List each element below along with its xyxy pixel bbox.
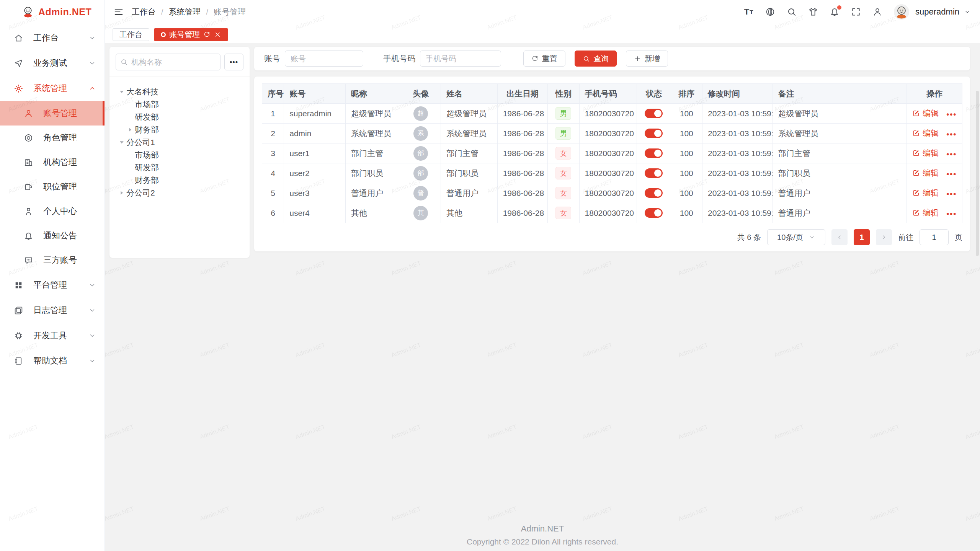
caret-right-icon bbox=[126, 126, 134, 134]
tree-node-branch1-rd[interactable]: 研发部 bbox=[118, 161, 246, 174]
chevron-up-icon bbox=[88, 85, 96, 92]
sidebar-item-label: 三方账号 bbox=[43, 254, 96, 266]
tree-node-branch1[interactable]: 分公司1 bbox=[118, 136, 246, 148]
app-logo[interactable]: Admin.NET bbox=[0, 0, 105, 24]
font-size-icon[interactable]: TT bbox=[744, 7, 754, 17]
cell-modified: 2023-01-03 10:59:44 bbox=[702, 143, 773, 163]
theme-icon[interactable] bbox=[808, 7, 818, 17]
chevron-down-icon[interactable] bbox=[964, 8, 971, 15]
page-size-select[interactable]: 10条/页 bbox=[767, 229, 825, 245]
page-1-button[interactable]: 1 bbox=[854, 229, 870, 245]
more-operations-button[interactable]: ••• bbox=[946, 110, 957, 119]
cell-birthdate: 1986-06-28 bbox=[497, 163, 548, 183]
scrollbar-thumb[interactable] bbox=[976, 91, 979, 256]
cell-index: 5 bbox=[262, 183, 284, 203]
edit-button[interactable]: 编辑 bbox=[912, 148, 939, 158]
tab-1[interactable]: 工作台 bbox=[113, 28, 149, 41]
cell-remark: 部门主管 bbox=[773, 143, 907, 163]
more-operations-button[interactable]: ••• bbox=[946, 210, 957, 218]
cell-birthdate: 1986-06-28 bbox=[497, 183, 548, 203]
collapse-menu-icon[interactable] bbox=[113, 7, 124, 17]
sidebar-item-business-test[interactable]: 业务测试 bbox=[0, 51, 105, 76]
cell-order: 100 bbox=[671, 163, 702, 183]
status-toggle[interactable] bbox=[645, 109, 663, 118]
tree-node-daming-finance[interactable]: 财务部 bbox=[118, 123, 246, 136]
sidebar-item-log-manage[interactable]: 日志管理 bbox=[0, 298, 105, 323]
edit-label: 编辑 bbox=[923, 168, 939, 178]
cell-account: superadmin bbox=[284, 104, 346, 124]
sidebar-item-position-manage[interactable]: 职位管理 bbox=[0, 174, 105, 199]
cell-remark: 部门职员 bbox=[773, 163, 907, 183]
sidebar-item-dev-tools[interactable]: 开发工具 bbox=[0, 323, 105, 348]
sidebar-item-third-account[interactable]: 三方账号 bbox=[0, 248, 105, 272]
status-toggle[interactable] bbox=[645, 129, 663, 138]
tree-node-daming-market[interactable]: 市场部 bbox=[118, 98, 246, 111]
edit-button[interactable]: 编辑 bbox=[912, 108, 939, 119]
pagination-total: 共 6 条 bbox=[737, 232, 761, 243]
org-search-input[interactable] bbox=[131, 54, 220, 70]
org-more-button[interactable]: ••• bbox=[224, 54, 243, 70]
account-input[interactable] bbox=[285, 51, 363, 66]
sidebar-item-notice[interactable]: 通知公告 bbox=[0, 223, 105, 248]
edit-button[interactable]: 编辑 bbox=[912, 207, 939, 218]
cell-birthdate: 1986-06-28 bbox=[497, 104, 548, 124]
edit-label: 编辑 bbox=[923, 128, 939, 139]
sidebar-item-org-manage[interactable]: 机构管理 bbox=[0, 150, 105, 174]
cell-order: 100 bbox=[671, 124, 702, 143]
sidebar-item-system-manage[interactable]: 系统管理 bbox=[0, 76, 105, 101]
refresh-tab-icon[interactable] bbox=[203, 31, 211, 38]
phone-label: 手机号码 bbox=[383, 53, 415, 64]
sidebar-item-account-manage[interactable]: 账号管理 bbox=[0, 101, 105, 126]
prev-page-button[interactable] bbox=[831, 229, 848, 245]
edit-label: 编辑 bbox=[923, 207, 939, 218]
cell-gender: 男 bbox=[548, 124, 579, 143]
notification-bell-icon[interactable] bbox=[830, 7, 840, 17]
more-operations-button[interactable]: ••• bbox=[946, 130, 957, 139]
goto-page-input[interactable] bbox=[920, 230, 948, 245]
next-page-button[interactable] bbox=[876, 229, 892, 245]
language-icon[interactable] bbox=[765, 7, 775, 17]
edit-button[interactable]: 编辑 bbox=[912, 128, 939, 139]
username[interactable]: superadmin bbox=[915, 7, 959, 17]
edit-button[interactable]: 编辑 bbox=[912, 187, 939, 198]
tree-node-daming-rd[interactable]: 研发部 bbox=[118, 111, 246, 123]
fullscreen-icon[interactable] bbox=[851, 7, 861, 17]
avatar: 部 bbox=[413, 146, 428, 161]
tree-node-label: 分公司2 bbox=[126, 187, 155, 198]
table-row: 6user4其他其其他1986-06-28女180200307201002023… bbox=[262, 203, 962, 223]
more-operations-button[interactable]: ••• bbox=[946, 150, 957, 158]
status-toggle[interactable] bbox=[645, 168, 663, 178]
more-operations-button[interactable]: ••• bbox=[946, 190, 957, 198]
topbar: 工作台/系统管理/账号管理 TT bbox=[105, 0, 980, 24]
close-tab-icon[interactable] bbox=[214, 31, 221, 38]
tree-node-branch1-finance[interactable]: 财务部 bbox=[118, 174, 246, 186]
reset-button[interactable]: 重置 bbox=[523, 51, 565, 67]
edit-button[interactable]: 编辑 bbox=[912, 168, 939, 178]
breadcrumb-item[interactable]: 系统管理 bbox=[169, 7, 201, 17]
sidebar-item-platform-manage[interactable]: 平台管理 bbox=[0, 272, 105, 298]
status-toggle[interactable] bbox=[645, 188, 663, 198]
search-icon[interactable] bbox=[787, 7, 797, 17]
column-header-3: 昵称 bbox=[345, 84, 401, 104]
phone-input[interactable] bbox=[420, 51, 501, 66]
users-table-card: 序号账号昵称头像姓名出生日期性别手机号码状态排序修改时间备注操作 1supera… bbox=[254, 77, 970, 251]
status-toggle[interactable] bbox=[645, 208, 663, 218]
tab-2[interactable]: 账号管理 bbox=[154, 28, 228, 41]
query-button[interactable]: 查询 bbox=[575, 51, 617, 67]
sidebar-item-personal-center[interactable]: 个人中心 bbox=[0, 199, 105, 223]
cell-avatar: 部 bbox=[401, 163, 441, 183]
sidebar-item-workbench[interactable]: 工作台 bbox=[0, 25, 105, 51]
status-toggle[interactable] bbox=[645, 148, 663, 158]
tree-node-daming-tech[interactable]: 大名科技 bbox=[118, 85, 246, 98]
user-icon[interactable] bbox=[872, 7, 882, 17]
more-operations-button[interactable]: ••• bbox=[946, 170, 957, 178]
cell-avatar: 超 bbox=[401, 104, 441, 124]
sidebar-item-help-docs[interactable]: 帮助文档 bbox=[0, 348, 105, 373]
add-button[interactable]: 新增 bbox=[626, 51, 668, 67]
sidebar-item-role-manage[interactable]: 角色管理 bbox=[0, 126, 105, 150]
user-avatar[interactable] bbox=[894, 4, 909, 20]
cell-status bbox=[637, 143, 671, 163]
tree-node-branch1-market[interactable]: 市场部 bbox=[118, 148, 246, 161]
breadcrumb-item[interactable]: 工作台 bbox=[132, 7, 156, 17]
tree-node-branch2[interactable]: 分公司2 bbox=[118, 186, 246, 199]
